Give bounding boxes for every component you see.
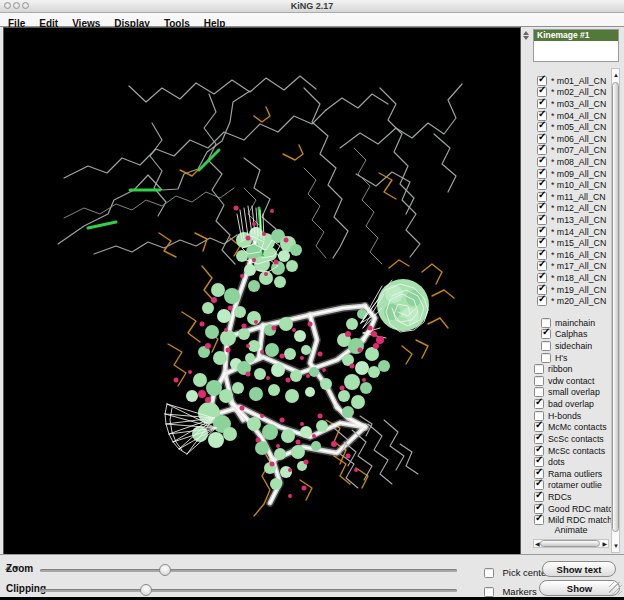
- option-row-good-rdc-match[interactable]: Good RDC match: [534, 499, 617, 510]
- model-row-10[interactable]: * m10_All_CN: [537, 175, 606, 186]
- checkbox[interactable]: [484, 587, 494, 597]
- window-title: KiNG 2.17: [0, 1, 624, 11]
- model-row-6[interactable]: * m06_All_CN: [537, 129, 606, 140]
- model-row-17[interactable]: * m17_All_CN: [537, 257, 606, 268]
- option-row-calphas[interactable]: Calphas: [541, 325, 587, 336]
- sidebar: Kinemage #1 * m01_All_CN* m02_All_CN* m0…: [531, 28, 624, 554]
- checkbox[interactable]: [537, 296, 547, 306]
- option-row-scsc-contacts[interactable]: ScSc contacts: [534, 429, 604, 440]
- scroll-left-icon[interactable]: ◀: [535, 541, 540, 547]
- model-row-12[interactable]: * m12_All_CN: [537, 199, 606, 210]
- markers-label: Markers: [502, 586, 536, 597]
- option-row-mcmc-contacts[interactable]: McMc contacts: [534, 418, 607, 429]
- clipping-slider[interactable]: [40, 589, 457, 592]
- scrollbar-thumb[interactable]: [540, 540, 600, 547]
- vertical-splitter[interactable]: [521, 28, 531, 554]
- scrollbar-thumb[interactable]: [612, 82, 619, 532]
- option-row-mild-rdc-match[interactable]: Mild RDC match: [534, 511, 612, 522]
- model-row-2[interactable]: * m02_All_CN: [537, 83, 606, 94]
- model-row-8[interactable]: * m08_All_CN: [537, 152, 606, 163]
- zoom-slider-thumb[interactable]: [159, 564, 171, 576]
- model-row-11[interactable]: * m11_All_CN: [537, 187, 606, 198]
- checkbox-label: Mild RDC match: [548, 515, 612, 525]
- menu-bar: FileEditViewsDisplayToolsHelp: [0, 13, 624, 27]
- option-row-mainchain[interactable]: mainchain: [541, 313, 595, 324]
- kinemage-listbox[interactable]: Kinemage #1: [533, 29, 619, 62]
- model-row-13[interactable]: * m13_All_CN: [537, 210, 606, 221]
- option-row-rama-outliers[interactable]: Rama outliers: [534, 464, 602, 475]
- model-row-19[interactable]: * m19_All_CN: [537, 280, 606, 291]
- scroll-right-icon[interactable]: ▶: [602, 541, 607, 547]
- graphics-canvas[interactable]: [4, 28, 520, 554]
- option-row-h-s[interactable]: H's: [541, 348, 567, 359]
- model-row-5[interactable]: * m05_All_CN: [537, 117, 606, 128]
- model-row-4[interactable]: * m04_All_CN: [537, 106, 606, 117]
- sidebar-vertical-scrollbar[interactable]: ▲ ▼: [611, 68, 620, 553]
- option-row-vdw-contact[interactable]: vdw contact: [534, 371, 594, 382]
- model-row-9[interactable]: * m09_All_CN: [537, 164, 606, 175]
- calpha-green-segments: [88, 150, 261, 233]
- option-row-mcsc-contacts[interactable]: McSc contacts: [534, 441, 605, 452]
- model-row-18[interactable]: * m18_All_CN: [537, 268, 606, 279]
- checkbox-label: * m20_All_CN: [551, 296, 606, 306]
- window-resize-grip[interactable]: [609, 582, 622, 595]
- pick-center-checkbox[interactable]: Pick center: [484, 563, 549, 581]
- option-row-dots[interactable]: dots: [534, 452, 565, 463]
- show-hierarchy-button[interactable]: Show hierarchy: [539, 580, 620, 596]
- model-row-7[interactable]: * m07_All_CN: [537, 141, 606, 152]
- white-fans-and-scribbles: [165, 206, 428, 454]
- zoom-slider[interactable]: [40, 569, 457, 572]
- scroll-up-icon[interactable]: ▲: [613, 72, 619, 78]
- model-row-1[interactable]: * m01_All_CN: [537, 71, 606, 82]
- scroll-down-icon[interactable]: ▼: [613, 543, 619, 549]
- king-window: KiNG 2.17 FileEditViewsDisplayToolsHelp …: [0, 0, 624, 596]
- option-row-rdcs[interactable]: RDCs: [534, 487, 571, 498]
- splitter-collapse-arrows[interactable]: [523, 30, 529, 41]
- option-row-sidechain[interactable]: sidechain: [541, 336, 592, 347]
- bottom-control-panel: Zoom Clipping Pick center Markers Show t…: [0, 554, 624, 597]
- zoom-slider-label: Zoom: [6, 563, 33, 574]
- checkbox[interactable]: [534, 515, 544, 525]
- option-row-bad-overlap[interactable]: bad overlap: [534, 394, 594, 405]
- sidebar-horizontal-scrollbar[interactable]: ◀ ▶: [533, 539, 609, 548]
- title-bar: KiNG 2.17: [0, 0, 624, 13]
- model-row-14[interactable]: * m14_All_CN: [537, 222, 606, 233]
- kinemage-list-item-selected[interactable]: Kinemage #1: [534, 30, 618, 41]
- clipping-slider-thumb[interactable]: [140, 584, 152, 596]
- animate-label: Animate: [531, 525, 611, 535]
- model-row-3[interactable]: * m03_All_CN: [537, 94, 606, 105]
- show-text-button[interactable]: Show text: [542, 561, 616, 577]
- option-row-small-overlap[interactable]: small overlap: [534, 383, 600, 394]
- option-row-rotamer-outlie[interactable]: rotamer outlie: [534, 476, 602, 487]
- option-row-ribbon[interactable]: ribbon: [534, 359, 572, 370]
- markers-checkbox[interactable]: Markers: [484, 582, 537, 600]
- model-row-16[interactable]: * m16_All_CN: [537, 245, 606, 256]
- option-row-h-bonds[interactable]: H-bonds: [534, 406, 581, 417]
- checkbox[interactable]: [484, 568, 494, 578]
- model-row-20[interactable]: * m20_All_CN: [537, 291, 606, 302]
- model-row-15[interactable]: * m15_All_CN: [537, 233, 606, 244]
- kinemage-scene[interactable]: [4, 28, 520, 554]
